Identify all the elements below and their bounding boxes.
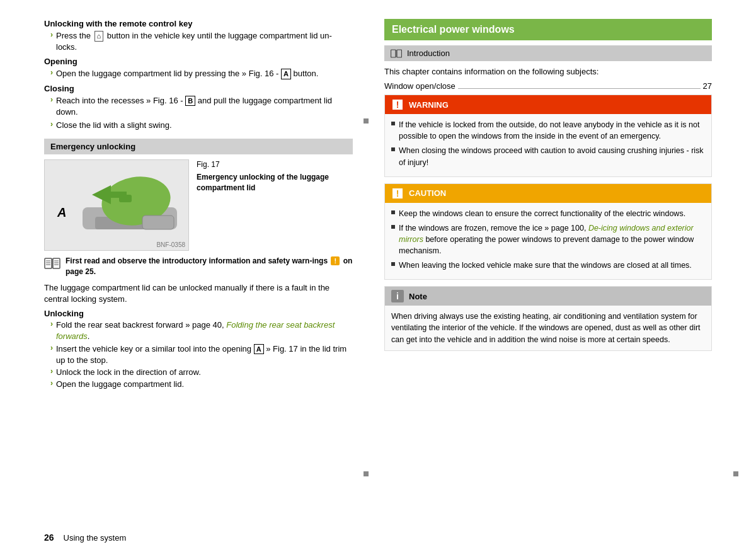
warning-title: WARNING [409, 100, 449, 110]
unlocking-sub2: › Insert the vehicle key or a similar to… [44, 343, 353, 366]
fig-caption: Fig. 17 Emergency unlocking of the lugga… [189, 159, 353, 251]
emergency-header: Emergency unlocking [44, 139, 353, 154]
warning-box: ! WARNING If the vehicle is locked from … [384, 95, 712, 177]
svg-rect-5 [119, 195, 132, 202]
image-ref: BNF-0358 [156, 241, 185, 248]
unlocking-title: Unlocking with the remote control key [44, 19, 353, 28]
unlocking-sub4: › Open the luggage compartment lid. [44, 379, 353, 390]
closing-step1-text: Reach into the recesses » Fig. 16 - B an… [56, 95, 353, 118]
arrow-icon: › [50, 30, 53, 39]
arrow-icon-6: › [50, 343, 53, 352]
warning-item-1: If the vehicle is locked from the outsid… [391, 119, 705, 142]
closing-title: Closing [44, 84, 353, 93]
opening-step-text: Open the luggage compartment lid by pres… [56, 68, 318, 79]
note-body: When driving always use the existing hea… [385, 306, 711, 350]
svg-text:A: A [57, 205, 66, 219]
svg-rect-8 [53, 258, 60, 268]
bullet-icon-1 [391, 122, 395, 125]
toc-label: Window open/close [384, 81, 455, 91]
opening-title: Opening [44, 57, 353, 66]
closing-step2: › Close the lid with a slight swing. [44, 120, 353, 131]
intro-header: Introduction [384, 45, 712, 61]
arrow-icon-8: › [50, 379, 53, 388]
page-footer: 26 Using the system [44, 532, 126, 543]
bullet-icon-4 [391, 225, 395, 229]
bullet-icon-2 [391, 147, 395, 151]
arrow-icon-2: › [50, 68, 53, 77]
warning-body: If the vehicle is locked from the outsid… [385, 114, 711, 176]
button-b-label: B [185, 96, 195, 106]
book-icon-small [391, 49, 402, 58]
note-title: Note [409, 292, 427, 301]
svg-rect-4 [142, 216, 174, 229]
closing-step1: › Reach into the recesses » Fig. 16 - B … [44, 95, 353, 118]
caution-item-2: If the windows are frozen, remove the ic… [391, 222, 705, 256]
toc-dots [458, 88, 701, 89]
arrow-icon-4: › [50, 120, 53, 129]
unlocking-step-text: Press the ⌂ button in the vehicle key un… [56, 30, 353, 53]
warning-item-2: When closing the windows proceed with ca… [391, 145, 705, 168]
scrollbar-marker-2 [364, 471, 369, 476]
caution-item-1: Keep the windows clean to ensure the cor… [391, 208, 705, 219]
left-column: Unlocking with the remote control key › … [0, 13, 372, 552]
bullet-icon-5 [391, 262, 395, 266]
arrow-icon-3: › [50, 95, 53, 104]
caution-text-1: Keep the windows clean to ensure the cor… [399, 208, 685, 219]
exclamation-badge: ! [331, 256, 340, 265]
scrollbar-marker-3 [733, 471, 738, 476]
unlocking-sub1-text: Fold the rear seat backrest forward » pa… [56, 319, 353, 342]
page-number: 26 [44, 532, 54, 543]
button-a-label: A [281, 69, 291, 79]
book-icon [44, 257, 60, 270]
arrow-icon-7: › [50, 367, 53, 376]
page-label: Using the system [64, 533, 127, 543]
caution-title: CAUTION [409, 188, 446, 198]
unlocking-sub3: › Unlock the lock in the direction of ar… [44, 367, 353, 378]
svg-rect-16 [391, 50, 396, 57]
bullet-icon-3 [391, 210, 395, 214]
right-column: Electrical power windows Introduction Th… [372, 13, 743, 552]
safety-text: First read and observe the introductory … [66, 256, 353, 277]
toc-row: Window open/close 27 [384, 81, 712, 91]
caution-text-3: When leaving the locked vehicle make sur… [399, 260, 692, 271]
intro-body: This chapter contains information on the… [384, 66, 712, 78]
scrollbar-marker-1 [364, 118, 369, 124]
warning-text-1: If the vehicle is locked from the outsid… [399, 119, 705, 142]
caution-box: ! CAUTION Keep the windows clean to ensu… [384, 183, 712, 280]
emergency-section: Emergency unlocking [44, 139, 353, 390]
note-text: When driving always use the existing hea… [391, 312, 701, 343]
intro-label: Introduction [407, 49, 450, 58]
svg-rect-7 [45, 258, 52, 268]
caution-item-3: When leaving the locked vehicle make sur… [391, 260, 705, 271]
caution-text-2: If the windows are frozen, remove the ic… [399, 222, 705, 256]
figure-container: A BNF-0358 Fig. 17 Emergency unlocking o… [44, 159, 353, 251]
key-svg: A [45, 160, 189, 251]
safety-notice: First read and observe the introductory … [44, 256, 353, 277]
right-main-title: Electrical power windows [384, 19, 712, 40]
unlocking-sub-title: Unlocking [44, 309, 353, 318]
warning-header: ! WARNING [385, 95, 711, 114]
warning-icon: ! [391, 98, 404, 111]
unlocking-sub2-text: Insert the vehicle key or a similar tool… [56, 343, 353, 366]
arrow-icon-5: › [50, 319, 53, 328]
svg-rect-17 [397, 50, 402, 57]
button-a2-label: A [254, 344, 264, 354]
toc-page: 27 [703, 81, 712, 91]
note-header: i Note [385, 287, 711, 306]
key-button-icon: ⌂ [94, 31, 104, 42]
unlocking-sub1: › Fold the rear seat backrest forward » … [44, 319, 353, 342]
warning-text-2: When closing the windows proceed with ca… [399, 145, 705, 168]
fig-image: A BNF-0358 [44, 159, 189, 251]
caution-icon: ! [391, 187, 404, 200]
note-icon: i [391, 290, 404, 302]
page: Unlocking with the remote control key › … [0, 0, 756, 552]
caution-body: Keep the windows clean to ensure the cor… [385, 203, 711, 280]
fig-num: Fig. 17 [197, 159, 353, 170]
opening-step: › Open the luggage compartment lid by pr… [44, 68, 353, 79]
unlocking-step: › Press the ⌂ button in the vehicle key … [44, 30, 353, 53]
note-box: i Note When driving always use the exist… [384, 286, 712, 350]
body-text: The luggage compartment lid can be unloc… [44, 282, 353, 305]
fig-desc: Emergency unlocking of the luggage compa… [197, 172, 353, 193]
caution-header: ! CAUTION [385, 184, 711, 203]
